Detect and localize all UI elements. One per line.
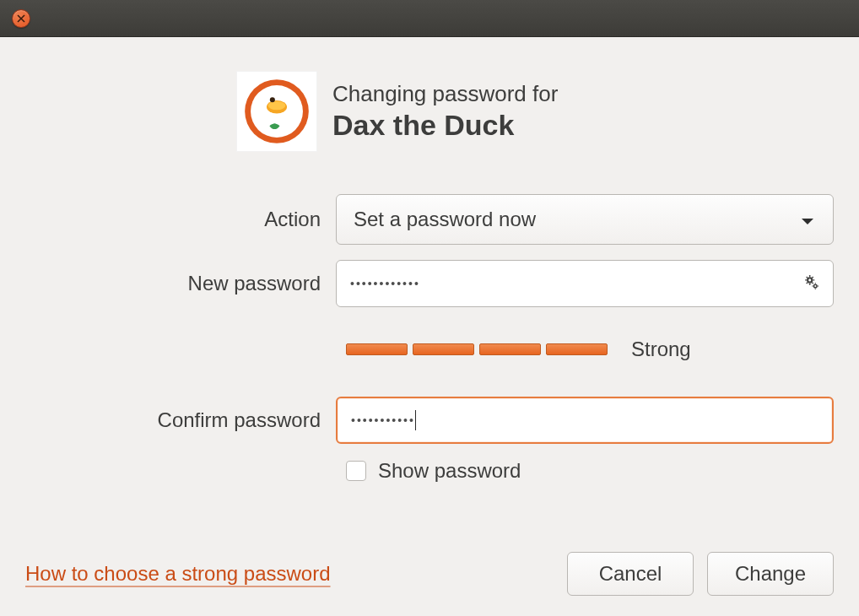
- text-cursor: [415, 410, 416, 430]
- titlebar: [0, 0, 859, 37]
- row-new-password: New password ••••••••••••: [25, 260, 834, 307]
- close-icon: [17, 14, 25, 23]
- row-action: Action Set a password now: [25, 194, 834, 245]
- svg-point-7: [273, 124, 277, 128]
- strength-segment: [413, 343, 474, 355]
- svg-rect-11: [813, 279, 814, 280]
- dialog-header: Changing password for Dax the Duck: [236, 71, 834, 152]
- dialog-footer: How to choose a strong password Cancel C…: [25, 535, 834, 596]
- confirm-password-masked: •••••••••••: [351, 413, 415, 427]
- dialog-user-name: Dax the Duck: [332, 109, 558, 142]
- confirm-password-input[interactable]: •••••••••••: [336, 397, 834, 444]
- help-link[interactable]: How to choose a strong password: [25, 562, 331, 586]
- svg-rect-9: [809, 284, 810, 285]
- close-button[interactable]: [12, 9, 30, 28]
- user-avatar: [236, 71, 317, 152]
- svg-rect-19: [818, 285, 818, 286]
- row-strength: Strong: [25, 338, 834, 361]
- cancel-button[interactable]: Cancel: [567, 552, 694, 596]
- strength-meter: [346, 343, 608, 355]
- header-text: Changing password for Dax the Duck: [332, 81, 558, 142]
- svg-rect-17: [815, 289, 816, 289]
- strength-segment: [479, 343, 541, 355]
- dialog-subtitle: Changing password for: [332, 81, 558, 107]
- show-password-checkbox[interactable]: [346, 461, 366, 481]
- form: Action Set a password now New password •…: [25, 194, 834, 483]
- row-confirm-password: Confirm password •••••••••••: [25, 397, 834, 444]
- new-password-label: New password: [25, 272, 336, 295]
- svg-rect-16: [815, 283, 816, 284]
- row-show-password: Show password: [25, 459, 834, 483]
- chevron-down-icon: [801, 208, 814, 231]
- svg-rect-10: [805, 279, 807, 280]
- svg-rect-13: [812, 282, 813, 284]
- strength-segment: [346, 343, 408, 355]
- change-button[interactable]: Change: [707, 552, 834, 596]
- strength-segment: [546, 343, 608, 355]
- svg-rect-18: [812, 285, 813, 286]
- generate-password-icon[interactable]: [802, 274, 821, 293]
- new-password-input[interactable]: ••••••••••••: [336, 260, 834, 307]
- show-password-label[interactable]: Show password: [378, 459, 521, 483]
- action-label: Action: [25, 208, 336, 231]
- confirm-password-label: Confirm password: [25, 408, 336, 432]
- action-select-value: Set a password now: [354, 208, 536, 231]
- svg-rect-15: [806, 282, 808, 284]
- duck-avatar-icon: [240, 75, 313, 148]
- new-password-masked: ••••••••••••: [350, 277, 420, 290]
- svg-point-6: [270, 97, 275, 102]
- action-select[interactable]: Set a password now: [336, 194, 834, 245]
- strength-label: Strong: [631, 338, 691, 361]
- svg-point-5: [268, 101, 286, 110]
- dialog-content: Changing password for Dax the Duck Actio…: [0, 37, 859, 616]
- svg-rect-8: [809, 275, 810, 277]
